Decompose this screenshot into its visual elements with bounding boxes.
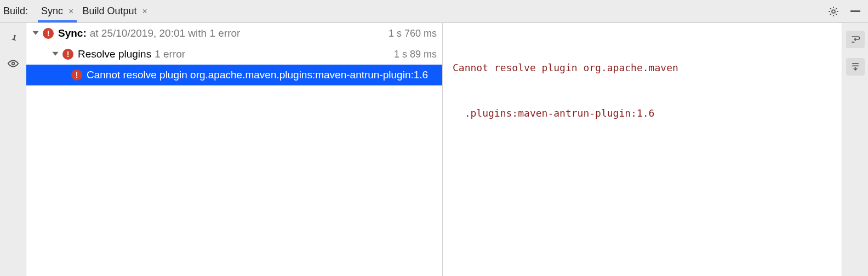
svg-point-0 bbox=[832, 10, 835, 13]
close-icon[interactable]: × bbox=[142, 7, 147, 16]
gear-icon[interactable] bbox=[827, 5, 840, 18]
tree-child-timing: 1 s 89 ms bbox=[394, 49, 437, 60]
minimize-icon[interactable] bbox=[849, 5, 861, 18]
tree-child-subtext: 1 error bbox=[155, 48, 185, 60]
tree-root-title: Sync: bbox=[58, 27, 87, 39]
tree-root-timing: 1 s 760 ms bbox=[389, 28, 437, 39]
soft-wrap-icon[interactable] bbox=[846, 31, 865, 48]
tree-row-root[interactable]: Sync: at 25/10/2019, 20:01 with 1 error … bbox=[26, 23, 442, 44]
build-main: Sync: at 25/10/2019, 20:01 with 1 error … bbox=[26, 23, 842, 276]
error-icon bbox=[43, 28, 54, 39]
header-actions bbox=[827, 5, 865, 18]
tree-leaf-title: Cannot resolve plugin org.apache.maven.p… bbox=[87, 69, 428, 81]
eye-icon[interactable] bbox=[5, 56, 21, 71]
tab-build-output[interactable]: Build Output × bbox=[78, 0, 151, 22]
detail-line-1: Cannot resolve plugin org.apache.maven bbox=[453, 60, 832, 76]
tree-row-error-selected[interactable]: Cannot resolve plugin org.apache.maven.p… bbox=[26, 65, 442, 85]
right-gutter bbox=[842, 23, 868, 276]
tab-build-output-label: Build Output bbox=[82, 5, 136, 17]
tree-child-title: Resolve plugins bbox=[78, 48, 151, 60]
error-icon bbox=[62, 49, 73, 60]
close-icon[interactable]: × bbox=[68, 7, 73, 16]
error-icon bbox=[71, 70, 82, 81]
build-label: Build: bbox=[2, 5, 32, 17]
build-tabs: Sync × Build Output × bbox=[37, 0, 152, 22]
scroll-to-end-icon[interactable] bbox=[846, 58, 865, 76]
tree-root-subtext: at 25/10/2019, 20:01 with 1 error bbox=[90, 27, 241, 39]
pin-icon[interactable] bbox=[5, 31, 21, 46]
build-toolwindow-header: Build: Sync × Build Output × bbox=[0, 0, 868, 23]
chevron-down-icon[interactable] bbox=[31, 28, 41, 38]
left-gutter bbox=[0, 23, 26, 276]
tree-row-resolve-plugins[interactable]: Resolve plugins 1 error 1 s 89 ms bbox=[26, 44, 442, 65]
build-tree[interactable]: Sync: at 25/10/2019, 20:01 with 1 error … bbox=[26, 23, 443, 276]
tab-sync[interactable]: Sync × bbox=[37, 0, 78, 22]
build-detail[interactable]: Cannot resolve plugin org.apache.maven .… bbox=[443, 23, 842, 276]
chevron-down-icon[interactable] bbox=[50, 49, 60, 59]
tab-sync-label: Sync bbox=[41, 5, 63, 17]
detail-line-2: .plugins:maven-antrun-plugin:1.6 bbox=[453, 106, 832, 121]
svg-point-1 bbox=[12, 62, 14, 65]
